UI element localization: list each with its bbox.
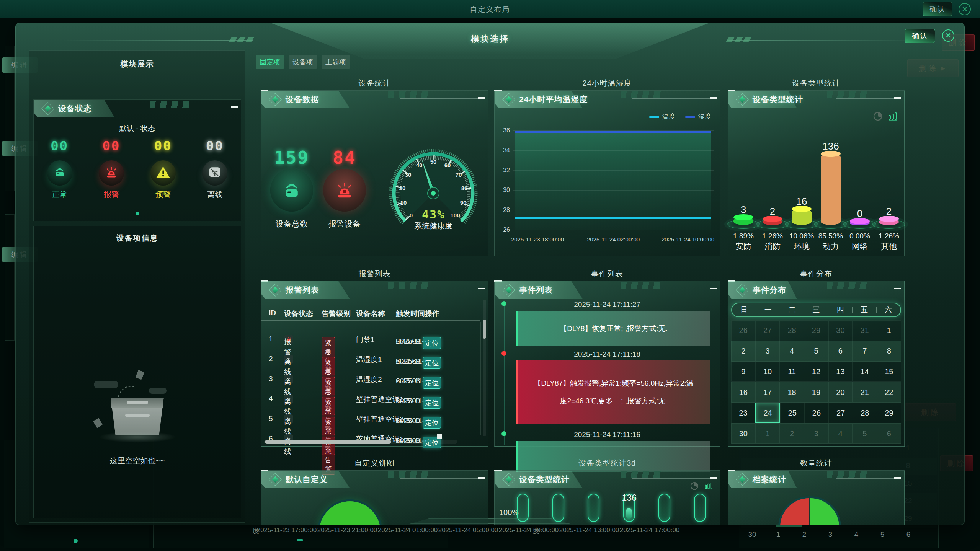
bar-动力 — [821, 154, 841, 225]
modal-confirm-button[interactable]: 确认 — [905, 29, 935, 43]
calendar-day[interactable]: 5 — [804, 341, 828, 362]
calendar-day[interactable]: 3 — [804, 423, 828, 444]
locate-button[interactable]: 定位 — [423, 397, 441, 409]
card-title: 事件分布 — [728, 269, 905, 279]
calendar-day[interactable]: 5 — [853, 423, 877, 444]
locate-button[interactable]: 定位 — [423, 337, 441, 349]
calendar-day[interactable]: 28 — [780, 320, 804, 341]
calendar-day[interactable]: 1 — [755, 423, 779, 444]
calendar-day-selected[interactable]: 24 — [755, 403, 780, 423]
locate-button[interactable]: 定位 — [423, 377, 441, 389]
module-card-event-calendar[interactable]: 事件分布 事件分布 日一二三四五六 2627282930311 2345678 — [728, 269, 905, 447]
calendar-day[interactable]: 10 — [755, 362, 779, 382]
pie-chart-toggle-icon[interactable] — [690, 481, 699, 492]
collapse-icon[interactable] — [894, 288, 901, 289]
locate-button[interactable]: 定位 — [423, 417, 441, 429]
calendar-day[interactable]: 25 — [780, 403, 804, 423]
grid-line — [480, 322, 481, 435]
vertical-scrollbar[interactable] — [483, 300, 486, 436]
calendar-day[interactable]: 26 — [804, 403, 828, 423]
bar-chart-toggle-icon[interactable] — [704, 481, 713, 492]
pagination-dot[interactable] — [74, 539, 78, 543]
calendar-day[interactable]: 12 — [804, 362, 828, 382]
alarm-table-row[interactable]: 6 离线 紧急告警 落地普通空调1 2025-11-6:45:09 定位 — [261, 432, 480, 447]
calendar-day[interactable]: 6 — [877, 423, 901, 444]
calendar-day[interactable]: 17 — [755, 382, 779, 403]
calendar-day[interactable]: 4 — [828, 423, 853, 444]
calendar-day[interactable]: 14 — [853, 362, 877, 382]
alarm-table-row[interactable]: 1 报警 紧急告警 门禁1 2025-11-6:45:09 定位 — [261, 333, 480, 348]
collapse-icon[interactable] — [710, 288, 717, 289]
page-close-icon[interactable]: ✕ — [959, 3, 971, 15]
collapse-icon[interactable] — [478, 288, 485, 289]
calendar-day[interactable]: 4 — [780, 341, 804, 362]
pagination-dot[interactable] — [136, 212, 139, 215]
page-header: 自定义布局 确认 ✕ — [0, 0, 980, 18]
calendar-day[interactable]: 27 — [755, 320, 779, 341]
collapse-icon[interactable] — [894, 477, 901, 479]
calendar-day[interactable]: 29 — [804, 320, 828, 341]
calendar-day[interactable]: 8 — [877, 341, 901, 362]
calendar-day[interactable]: 30 — [828, 320, 853, 341]
calendar-day[interactable]: 28 — [853, 403, 877, 423]
svg-text:2025-11-24 02:00:00: 2025-11-24 02:00:00 — [587, 236, 640, 243]
calendar-day[interactable]: 23 — [731, 403, 755, 423]
event-card-normal[interactable]: 【DLY8】恢复正常; ,报警方式:无. — [516, 311, 710, 346]
locate-button[interactable]: 定位 — [423, 357, 441, 369]
alarm-table-row[interactable]: 3 离线 紧急告警 温湿度2 2025-11-6:45:06 定位 — [261, 372, 480, 388]
device-status-module[interactable]: 设备状态 默认 - 状态 00 正常 00 报警 00 — [33, 99, 241, 221]
alarm-table-row[interactable]: 2 离线 紧急告警 温湿度1 2025-11-6:32:59 定位 — [261, 352, 480, 368]
calendar-day[interactable]: 30 — [731, 423, 755, 444]
calendar-day[interactable]: 16 — [731, 382, 755, 403]
calendar-day[interactable]: 20 — [828, 382, 853, 403]
module-card-device-stats[interactable]: 设备统计 设备数据 159 设备总数 84 报警设备 — [261, 78, 488, 256]
module-card-event-list[interactable]: 事件列表 事件列表 2025-11-24 17:11:27 【DLY8】恢复正常… — [494, 269, 720, 447]
event-card-alarm[interactable]: 【DLY87】触发报警,异常1:频率=56.0Hz,异常2:温度2=46.3℃,… — [516, 360, 710, 424]
calendar-day[interactable]: 31 — [853, 320, 877, 341]
calendar-day[interactable]: 21 — [853, 382, 877, 403]
wifi-off-icon — [207, 165, 222, 181]
module-card-custom-pie[interactable]: 自定义饼图 默认自定义 — [261, 458, 488, 525]
calendar-day[interactable]: 3 — [755, 341, 779, 362]
alarm-table-row[interactable]: 5 离线 紧急告警 壁挂普通空调2 2025-11-6:45:09 定位 — [261, 412, 480, 427]
tab-fixed-items[interactable]: 固定项 — [256, 55, 284, 69]
page-confirm-button[interactable]: 确认 — [923, 2, 952, 16]
bar-chart-toggle-icon[interactable] — [888, 111, 897, 123]
calendar-day[interactable]: 29 — [877, 403, 901, 423]
collapse-icon[interactable] — [710, 477, 717, 479]
alarm-table-row[interactable]: 4 离线 紧急告警 壁挂普通空调1 2025-11-6:45:09 定位 — [261, 392, 480, 408]
modal-close-icon[interactable]: ✕ — [942, 29, 954, 42]
calendar-day[interactable]: 18 — [780, 382, 804, 403]
horizontal-scrollbar[interactable] — [264, 440, 457, 444]
module-card-humiture[interactable]: 24小时温湿度 24小时平均温湿度 温度 湿度 36 34 — [494, 78, 720, 256]
module-card-alarm-list[interactable]: 报警列表 报警列表 ID 设备状态 告警级别 设备名称 触发时间 操作 — [261, 269, 488, 447]
calendar-day[interactable]: 15 — [877, 362, 901, 382]
calendar-day[interactable]: 27 — [829, 403, 853, 423]
pie-chart-toggle-icon[interactable] — [873, 111, 883, 123]
module-card-device-types[interactable]: 设备类型统计 设备类型统计 3 1.89% 安防 — [728, 78, 905, 256]
calendar-day[interactable]: 2 — [731, 341, 755, 362]
pagination-dash[interactable] — [297, 539, 303, 541]
calendar-day[interactable]: 1 — [877, 320, 901, 341]
calendar-day[interactable]: 26 — [731, 320, 755, 341]
calendar-day[interactable]: 13 — [828, 362, 853, 382]
module-card-device-types-3d[interactable]: 设备类型统计3d 设备类型统计 100% — [494, 458, 720, 525]
calendar-day[interactable]: 2 — [780, 423, 804, 444]
collapse-icon[interactable] — [894, 97, 901, 99]
collapse-icon[interactable] — [231, 106, 238, 108]
collapse-icon[interactable] — [710, 97, 717, 99]
calendar-day[interactable]: 19 — [804, 382, 828, 403]
bar-label: 环境 — [794, 241, 810, 252]
collapse-icon[interactable] — [478, 477, 485, 479]
chart-legend[interactable]: 温度 湿度 — [649, 112, 711, 121]
calendar-day[interactable]: 22 — [877, 382, 901, 403]
tab-device-items[interactable]: 设备项 — [289, 55, 317, 69]
collapse-icon[interactable] — [478, 97, 485, 99]
calendar-day[interactable]: 7 — [853, 341, 877, 362]
calendar-day[interactable]: 11 — [780, 362, 804, 382]
tab-theme-items[interactable]: 主题项 — [322, 55, 350, 69]
module-card-archive-stats[interactable]: 数量统计 档案统计 — [728, 458, 905, 525]
calendar-day[interactable]: 6 — [828, 341, 853, 362]
alarm-devices-value: 84 — [314, 147, 375, 168]
calendar-day[interactable]: 9 — [731, 362, 755, 382]
